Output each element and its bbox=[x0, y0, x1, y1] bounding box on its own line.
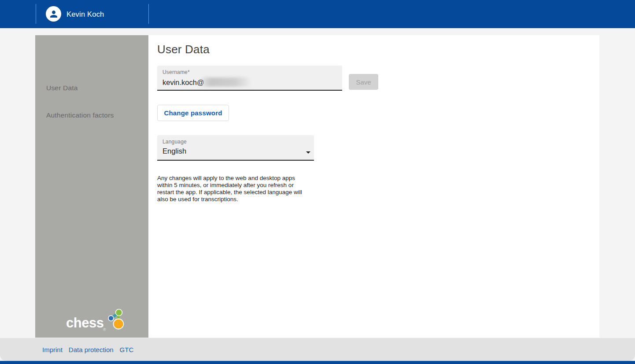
language-selected-value: English bbox=[162, 147, 186, 155]
footer: Imprint Data protection GTC bbox=[0, 338, 635, 361]
person-icon bbox=[48, 9, 59, 19]
main-content: User Data Username* Save Change password… bbox=[148, 35, 599, 338]
top-bar: Kevin Koch bbox=[0, 0, 635, 28]
change-password-button[interactable]: Change password bbox=[157, 105, 229, 121]
sidebar: User Data Authentication factors chess ® bbox=[35, 35, 148, 338]
footer-link-gtc[interactable]: GTC bbox=[120, 346, 134, 353]
page-title: User Data bbox=[157, 43, 210, 56]
help-text: Any changes will apply to the web and de… bbox=[157, 175, 304, 203]
chess-molecule-icon bbox=[107, 307, 128, 330]
sidebar-item-authentication-factors[interactable]: Authentication factors bbox=[46, 111, 114, 119]
chess-logo-text: chess bbox=[66, 315, 103, 331]
screen: Kevin Koch User Data Authentication fact… bbox=[0, 0, 635, 364]
bottom-accent-bar bbox=[0, 361, 635, 364]
language-select-label: Language bbox=[162, 139, 187, 145]
language-select[interactable]: Language English bbox=[157, 135, 314, 161]
header-divider-right bbox=[148, 4, 149, 24]
chevron-down-icon bbox=[306, 151, 310, 154]
username-field[interactable]: Username* bbox=[157, 66, 342, 91]
header-divider-left bbox=[36, 4, 36, 24]
user-name: Kevin Koch bbox=[66, 0, 104, 28]
footer-link-data-protection[interactable]: Data protection bbox=[69, 346, 114, 353]
footer-link-imprint[interactable]: Imprint bbox=[42, 346, 63, 353]
save-button[interactable]: Save bbox=[349, 74, 378, 90]
username-field-label: Username* bbox=[162, 69, 190, 75]
chess-logo: chess ® bbox=[66, 307, 137, 334]
registered-trademark-icon: ® bbox=[103, 327, 106, 332]
user-avatar-button[interactable] bbox=[46, 6, 61, 22]
sidebar-item-user-data[interactable]: User Data bbox=[46, 84, 78, 92]
username-input[interactable] bbox=[162, 77, 334, 88]
